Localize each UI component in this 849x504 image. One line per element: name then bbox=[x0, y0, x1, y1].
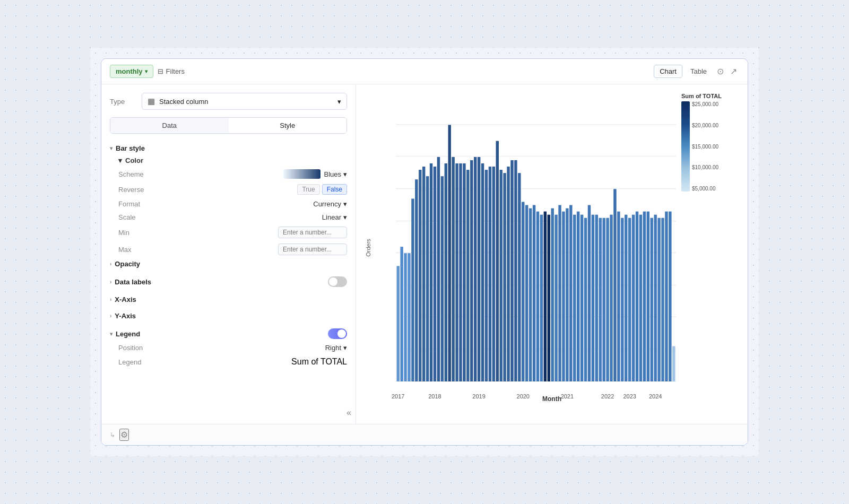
data-labels-section: › Data labels bbox=[110, 274, 347, 289]
y-axis-section-header[interactable]: › Y-Axis bbox=[110, 310, 347, 322]
legend-section-header[interactable]: ▾ Legend bbox=[110, 326, 347, 341]
scheme-label: Scheme bbox=[118, 170, 144, 178]
chart-view-button[interactable]: Chart bbox=[654, 65, 682, 78]
scale-row: Scale Linear ▾ bbox=[118, 211, 347, 224]
stacked-bar-chart-icon: ▦ bbox=[148, 97, 155, 106]
opacity-section: › Opacity bbox=[110, 258, 347, 270]
format-row: Format Currency ▾ bbox=[118, 197, 347, 211]
footer-arrow-icon: ↳ bbox=[110, 431, 115, 439]
legend-val-4: $10,000.00 bbox=[692, 164, 718, 170]
min-label: Min bbox=[118, 229, 129, 237]
legend-val-2: $20,000.00 bbox=[692, 123, 718, 128]
data-labels-toggle[interactable] bbox=[328, 276, 347, 287]
format-label: Format bbox=[118, 200, 140, 208]
chart-container: Orders bbox=[367, 93, 737, 403]
chart-tab-label: Chart bbox=[660, 67, 677, 75]
x-axis-title: Month bbox=[542, 395, 561, 403]
color-section-header[interactable]: ▾ Color bbox=[118, 154, 347, 167]
filters-button[interactable]: ⊟ Filters bbox=[158, 67, 185, 75]
scheme-value-label: Blues bbox=[324, 170, 341, 178]
export-icon-button[interactable]: ↗ bbox=[728, 64, 739, 79]
format-dropdown[interactable]: Currency ▾ bbox=[313, 200, 347, 208]
legend-position-chevron-icon: ▾ bbox=[343, 344, 347, 352]
settings-button[interactable]: ⚙ bbox=[119, 429, 129, 441]
y-axis-section: › Y-Axis bbox=[110, 310, 347, 322]
database-icon-button[interactable]: ⊙ bbox=[715, 64, 726, 79]
footer-bar: ↳ ⚙ bbox=[101, 424, 748, 445]
scheme-row: Scheme Blues ▾ bbox=[118, 167, 347, 181]
outer-wrapper: monthly ▾ ⊟ Filters Chart Table ⊙ bbox=[90, 48, 759, 456]
scale-dropdown[interactable]: Linear ▾ bbox=[322, 213, 347, 221]
x-axis-chevron-icon: › bbox=[110, 297, 111, 302]
data-labels-chevron-icon: › bbox=[110, 279, 111, 285]
data-labels-section-header[interactable]: › Data labels bbox=[110, 274, 347, 289]
color-label: Color bbox=[125, 157, 143, 164]
type-select[interactable]: ▦ Stacked column ▾ bbox=[142, 93, 347, 110]
min-input[interactable] bbox=[278, 227, 347, 238]
style-tab-button[interactable]: Style bbox=[229, 118, 347, 133]
legend-title: Sum of TOTAL bbox=[681, 93, 737, 99]
chart-svg-wrapper: 900.00 800.00 700.00 600.00 500.00 400.0… bbox=[396, 93, 676, 381]
x-axis-section: › X-Axis bbox=[110, 293, 347, 306]
legend-position-row: Position Right ▾ bbox=[110, 341, 347, 354]
legend-position-dropdown[interactable]: Right ▾ bbox=[325, 344, 347, 352]
legend-gradient-container: $25,000.00 $20,000.00 $15,000.00 $10,000… bbox=[681, 101, 737, 192]
max-input[interactable] bbox=[278, 244, 347, 255]
legend-toggle[interactable] bbox=[328, 328, 347, 339]
true-label: True bbox=[302, 186, 315, 193]
color-sub-section: ▾ Color Scheme Blues ▾ bbox=[110, 154, 347, 258]
format-chevron-icon: ▾ bbox=[343, 200, 347, 208]
chart-area: Orders bbox=[356, 84, 748, 424]
bar-style-section: ▾ Bar style ▾ Color Scheme bbox=[110, 142, 347, 289]
chart-inner: Orders bbox=[367, 93, 737, 403]
bar-style-chevron-icon: ▾ bbox=[110, 145, 112, 151]
legend-container: Sum of TOTAL $25,000.00 $20,000.00 $15,0… bbox=[681, 93, 737, 192]
scale-chevron-icon: ▾ bbox=[343, 213, 347, 221]
legend-val-5: $5,000.00 bbox=[692, 186, 718, 192]
style-tab-label: Style bbox=[280, 121, 295, 129]
type-label: Type bbox=[110, 98, 142, 106]
header-right: Chart Table ⊙ ↗ bbox=[654, 64, 739, 79]
y-axis-chevron-icon: › bbox=[110, 313, 111, 319]
legend-value-text: Sum of TOTAL bbox=[291, 357, 347, 367]
scale-value: Linear bbox=[322, 213, 341, 221]
header: monthly ▾ ⊟ Filters Chart Table ⊙ bbox=[101, 59, 748, 84]
false-label: False bbox=[327, 186, 342, 193]
x-axis-section-header[interactable]: › X-Axis bbox=[110, 293, 347, 306]
opacity-label: Opacity bbox=[115, 260, 140, 268]
data-tab-button[interactable]: Data bbox=[110, 118, 229, 133]
format-value: Currency bbox=[313, 200, 341, 208]
monthly-label: monthly bbox=[116, 67, 143, 75]
reverse-true-button[interactable]: True bbox=[297, 184, 319, 195]
reverse-false-button[interactable]: False bbox=[322, 184, 347, 195]
scheme-dropdown[interactable]: Blues ▾ bbox=[324, 170, 347, 178]
legend-value-row: Legend Sum of TOTAL bbox=[110, 354, 347, 369]
scheme-chevron-icon: ▾ bbox=[343, 170, 347, 178]
reverse-toggle: True False bbox=[297, 184, 347, 195]
tab-row: Data Style bbox=[110, 117, 347, 134]
body: Type ▦ Stacked column ▾ Data bbox=[101, 84, 748, 424]
data-labels-header-left: › Data labels bbox=[110, 278, 151, 286]
color-swatch bbox=[283, 169, 320, 179]
legend-val-1: $25,000.00 bbox=[692, 101, 718, 107]
type-select-chevron-icon: ▾ bbox=[337, 98, 341, 106]
table-view-button[interactable]: Table bbox=[685, 65, 713, 78]
opacity-chevron-icon: › bbox=[110, 261, 111, 267]
data-labels-label: Data labels bbox=[115, 278, 151, 286]
bar-style-section-header[interactable]: ▾ Bar style bbox=[110, 142, 347, 154]
export-icon: ↗ bbox=[730, 67, 737, 76]
reverse-row: Reverse True False bbox=[118, 181, 347, 197]
scale-label: Scale bbox=[118, 213, 136, 221]
bar-style-label: Bar style bbox=[116, 144, 145, 152]
legend-gradient-bar bbox=[681, 101, 690, 192]
monthly-button[interactable]: monthly ▾ bbox=[110, 65, 153, 78]
legend-header-left: ▾ Legend bbox=[110, 330, 140, 338]
opacity-section-header[interactable]: › Opacity bbox=[110, 258, 347, 270]
type-select-content: ▦ Stacked column bbox=[148, 97, 209, 106]
filter-icon: ⊟ bbox=[158, 67, 163, 75]
collapse-button[interactable]: « bbox=[346, 408, 351, 418]
y-axis-title: Orders bbox=[365, 239, 371, 257]
gear-icon: ⚙ bbox=[120, 430, 128, 439]
color-chevron-icon: ▾ bbox=[118, 157, 122, 164]
max-row: Max bbox=[118, 241, 347, 258]
